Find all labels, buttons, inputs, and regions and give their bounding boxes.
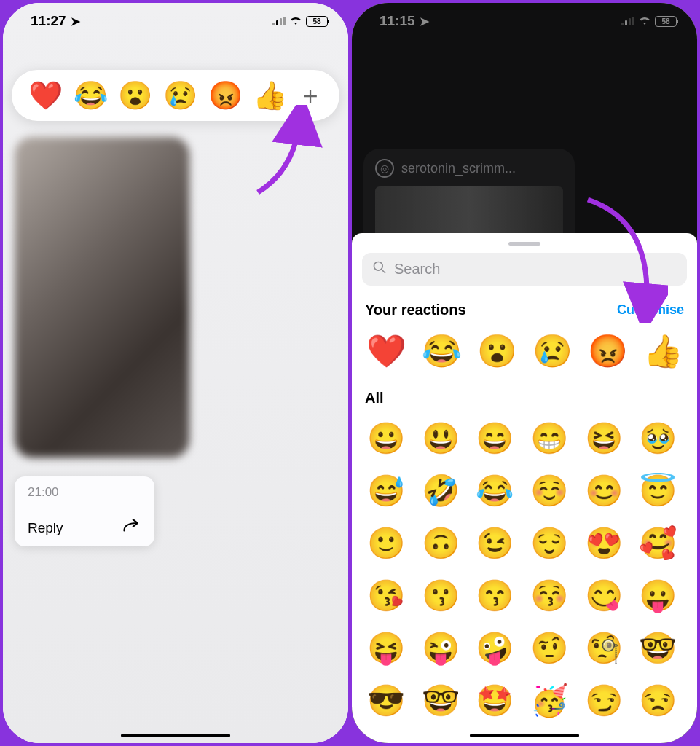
screenshot-left: 11:27 ➤ 58 ❤️ 😂 😮 😢 😡 👍 ＋ 21:00 bbox=[3, 3, 348, 743]
emoji-21[interactable]: 😚 bbox=[527, 574, 572, 616]
all-label: All bbox=[365, 390, 384, 407]
dimmed-chat: 11:15 ➤ 58 ◎ serotonin_scrimm... bbox=[352, 3, 697, 743]
location-arrow-icon: ➤ bbox=[71, 15, 80, 28]
emoji-2[interactable]: 😄 bbox=[472, 417, 517, 459]
emoji-24[interactable]: 😝 bbox=[363, 627, 409, 669]
status-time: 11:27 bbox=[31, 13, 66, 29]
emoji-5[interactable]: 🥹 bbox=[635, 417, 680, 459]
chat-background: 11:27 ➤ 58 ❤️ 😂 😮 😢 😡 👍 ＋ 21:00 bbox=[3, 3, 348, 743]
reply-button[interactable]: Reply bbox=[15, 509, 154, 546]
emoji-8[interactable]: 😂 bbox=[472, 469, 517, 511]
wifi-icon bbox=[288, 13, 303, 29]
message-context-menu: 21:00 Reply bbox=[15, 476, 154, 546]
your-reactions-section: Your reactions Customise ❤️😂😮😢😡👍 bbox=[362, 302, 687, 374]
emoji-22[interactable]: 😋 bbox=[581, 574, 626, 616]
your-reactions-label: Your reactions bbox=[365, 302, 466, 318]
emoji-19[interactable]: 😗 bbox=[418, 574, 463, 616]
reaction-heart[interactable]: ❤️ bbox=[28, 82, 63, 109]
svg-line-1 bbox=[382, 270, 385, 273]
emoji-10[interactable]: 😊 bbox=[581, 469, 626, 511]
emoji-12[interactable]: 🙂 bbox=[363, 522, 409, 564]
emoji-29[interactable]: 🤓 bbox=[635, 627, 680, 669]
your-reaction-2[interactable]: 😮 bbox=[474, 329, 519, 374]
your-reaction-3[interactable]: 😢 bbox=[530, 329, 575, 374]
emoji-30[interactable]: 😎 bbox=[363, 679, 409, 721]
emoji-7[interactable]: 🤣 bbox=[418, 469, 463, 511]
emoji-1[interactable]: 😃 bbox=[418, 417, 463, 459]
emoji-33[interactable]: 🥳 bbox=[527, 679, 572, 721]
emoji-25[interactable]: 😜 bbox=[418, 627, 463, 669]
reply-icon bbox=[122, 518, 141, 538]
emoji-17[interactable]: 🥰 bbox=[635, 522, 680, 564]
emoji-0[interactable]: 😀 bbox=[363, 417, 409, 459]
emoji-14[interactable]: 😉 bbox=[472, 522, 517, 564]
emoji-3[interactable]: 😁 bbox=[527, 417, 572, 459]
sheet-grabber[interactable] bbox=[508, 242, 540, 246]
your-reaction-1[interactable]: 😂 bbox=[419, 329, 464, 374]
reaction-angry[interactable]: 😡 bbox=[208, 82, 243, 109]
message-attachment[interactable] bbox=[15, 137, 189, 458]
emoji-search-input[interactable]: Search bbox=[362, 253, 687, 286]
all-emoji-section: All 😀😃😄😁😆🥹😅🤣😂☺️😊😇🙂🙃😉😌😍🥰😘😗😙😚😋😛😝😜🤪🤨🧐🤓😎🤓🤩🥳😏… bbox=[362, 390, 687, 721]
emoji-picker-sheet: Search Your reactions Customise ❤️😂😮😢😡👍 … bbox=[352, 233, 697, 743]
search-icon bbox=[372, 260, 387, 278]
emoji-15[interactable]: 😌 bbox=[527, 522, 572, 564]
emoji-31[interactable]: 🤓 bbox=[418, 679, 463, 721]
reaction-sad[interactable]: 😢 bbox=[163, 82, 197, 109]
reaction-laugh[interactable]: 😂 bbox=[74, 82, 108, 109]
customise-button[interactable]: Customise bbox=[617, 302, 684, 318]
quick-reaction-bar: ❤️ 😂 😮 😢 😡 👍 ＋ bbox=[12, 70, 339, 121]
your-reaction-0[interactable]: ❤️ bbox=[363, 329, 409, 374]
home-indicator[interactable] bbox=[121, 734, 230, 737]
emoji-28[interactable]: 🧐 bbox=[581, 627, 626, 669]
emoji-26[interactable]: 🤪 bbox=[472, 627, 517, 669]
battery-icon: 58 bbox=[306, 16, 328, 27]
cellular-icon bbox=[272, 17, 286, 25]
status-bar: 11:27 ➤ 58 bbox=[3, 3, 348, 39]
message-timestamp: 21:00 bbox=[15, 476, 154, 509]
emoji-9[interactable]: ☺️ bbox=[527, 469, 572, 511]
emoji-23[interactable]: 😛 bbox=[635, 574, 680, 616]
emoji-11[interactable]: 😇 bbox=[635, 469, 680, 511]
home-indicator[interactable] bbox=[470, 734, 579, 737]
emoji-6[interactable]: 😅 bbox=[363, 469, 409, 511]
reaction-wow[interactable]: 😮 bbox=[118, 82, 152, 109]
emoji-18[interactable]: 😘 bbox=[363, 574, 409, 616]
emoji-16[interactable]: 😍 bbox=[581, 522, 626, 564]
emoji-34[interactable]: 😏 bbox=[581, 679, 626, 721]
your-reaction-4[interactable]: 😡 bbox=[585, 329, 630, 374]
your-reaction-5[interactable]: 👍 bbox=[640, 329, 685, 374]
emoji-27[interactable]: 🤨 bbox=[527, 627, 572, 669]
search-placeholder: Search bbox=[394, 261, 440, 278]
emoji-4[interactable]: 😆 bbox=[581, 417, 626, 459]
emoji-20[interactable]: 😙 bbox=[472, 574, 517, 616]
reaction-like[interactable]: 👍 bbox=[253, 82, 287, 109]
add-reaction-button[interactable]: ＋ bbox=[298, 79, 323, 112]
emoji-35[interactable]: 😒 bbox=[635, 679, 680, 721]
emoji-13[interactable]: 🙃 bbox=[418, 522, 463, 564]
screenshot-right: 11:15 ➤ 58 ◎ serotonin_scrimm... bbox=[352, 3, 697, 743]
emoji-32[interactable]: 🤩 bbox=[472, 679, 517, 721]
